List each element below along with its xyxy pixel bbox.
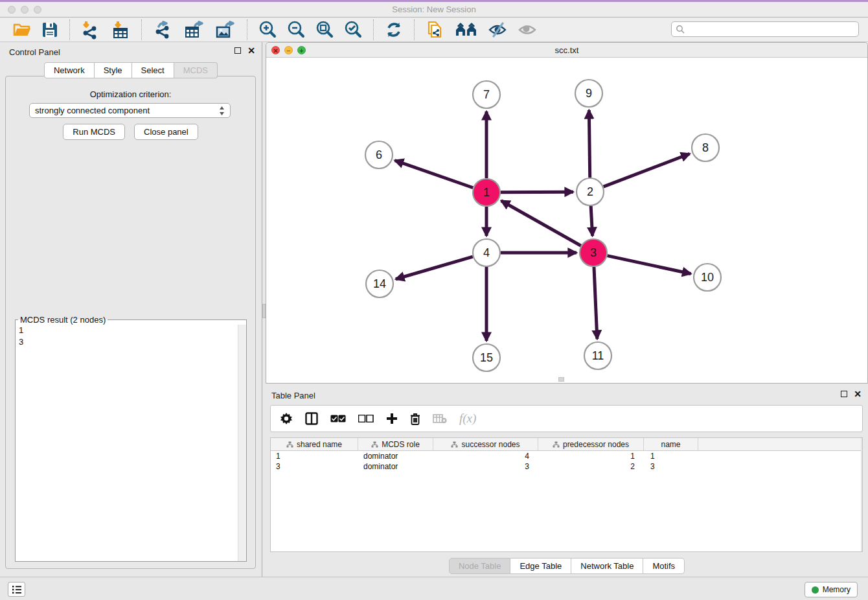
cell-mcds-role[interactable]: dominator [358,451,433,461]
toolbar-separator [69,19,70,40]
network-canvas[interactable]: 1234678910111415 [266,58,867,383]
graph-node-label-10: 10 [701,271,714,284]
float-panel-icon[interactable] [234,47,241,54]
memory-button[interactable]: Memory [805,582,858,597]
search-input[interactable] [685,25,854,34]
open-session-icon[interactable] [12,21,32,39]
cell-predecessor-nodes[interactable]: 2 [538,461,644,472]
cell-successor-nodes[interactable]: 4 [433,451,538,461]
export-image-icon[interactable] [214,20,236,40]
select-all-columns-icon[interactable] [330,415,346,422]
tab-mcds[interactable]: MCDS [174,62,218,78]
import-table-icon[interactable] [110,20,131,40]
close-panel-button[interactable]: Close panel [134,124,198,140]
column-header-name[interactable]: name [644,438,698,450]
column-header-predecessor-nodes[interactable]: predecessor nodes [538,438,644,450]
zoom-selected-icon[interactable] [343,20,363,40]
hide-eye-icon[interactable] [487,21,508,39]
table-toolbar: f(x) [270,405,863,432]
close-panel-icon[interactable]: ✕ [247,47,255,54]
column-header-shared-name[interactable]: shared name [271,438,358,450]
graph-node-label-2: 2 [587,185,593,198]
cell-successor-nodes[interactable]: 3 [433,461,538,472]
save-session-icon[interactable] [41,21,59,39]
export-network-icon[interactable] [152,20,174,40]
graph-edge-4-14[interactable] [396,257,473,279]
dropdown-stepper-icon [219,106,225,116]
cell-shared-name[interactable]: 1 [271,451,358,461]
graph-edge-2-9[interactable] [589,110,589,178]
graph-node-label-15: 15 [480,351,493,364]
unselect-all-columns-icon[interactable] [358,415,374,422]
ndex-browse-icon[interactable] [455,21,478,39]
tab-edge-table[interactable]: Edge Table [510,558,571,574]
graph-node-label-8: 8 [702,141,709,154]
graph-node-label-1: 1 [483,186,490,199]
mcds-result-title: MCDS result (2 nodes) [18,315,108,325]
table-panel-title: Table Panel [271,391,315,400]
export-table-icon[interactable] [183,20,205,40]
zoom-in-icon[interactable] [258,20,277,40]
tab-style[interactable]: Style [95,62,132,78]
column-header-successor-nodes[interactable]: successor nodes [433,438,538,450]
search-box[interactable] [671,21,859,37]
tab-motifs[interactable]: Motifs [643,558,685,574]
memory-label: Memory [823,585,851,594]
tab-network-table[interactable]: Network Table [571,558,643,574]
table-options-gear-icon[interactable] [280,412,293,425]
clone-network-icon[interactable] [425,19,446,40]
tab-network[interactable]: Network [44,62,95,78]
toolbar-separator [373,19,374,40]
toolbar-separator [414,19,415,40]
table-row[interactable]: 3 dominator 3 2 3 [271,461,862,472]
show-columns-icon[interactable] [305,412,318,425]
apply-layout-icon[interactable] [384,20,404,40]
cell-predecessor-nodes[interactable]: 1 [538,451,644,461]
add-column-icon[interactable] [386,413,398,424]
mcds-result-list[interactable]: 1 3 [16,325,246,561]
column-header-mcds-role[interactable]: MCDS role [358,438,433,450]
graph-edge-1-6[interactable] [395,161,474,188]
cell-name[interactable]: 1 [644,451,698,461]
cell-shared-name[interactable]: 3 [271,461,358,472]
table-scrollbar[interactable] [861,438,862,551]
main-toolbar [0,18,868,42]
show-eye-disabled-icon [517,21,538,39]
close-table-panel-icon[interactable]: ✕ [854,391,862,397]
run-mcds-button[interactable]: Run MCDS [63,124,125,140]
network-window-titlebar: ✕ − + scc.txt [266,43,867,58]
float-table-panel-icon[interactable] [841,391,847,397]
main-area: Control Panel ✕ Network Style Select MCD… [0,42,868,577]
cell-mcds-role[interactable]: dominator [358,461,433,472]
task-history-button[interactable] [8,582,25,597]
column-type-icon [553,441,560,448]
graph-node-label-3: 3 [590,246,597,259]
zoom-fit-icon[interactable] [315,20,334,40]
control-panel-tabs: Network Style Select MCDS [0,62,262,78]
graph-node-label-7: 7 [483,88,490,101]
table-panel: Table Panel ✕ [266,386,868,577]
graph-edge-2-3[interactable] [591,206,592,236]
import-network-icon[interactable] [80,20,101,40]
tab-node-table[interactable]: Node Table [449,558,511,574]
column-type-icon [451,441,458,448]
graph-edge-1-2[interactable] [501,192,573,192]
graph-edge-3-1[interactable] [501,201,581,246]
graph-edge-3-10[interactable] [608,256,691,274]
column-type-icon [286,441,293,448]
cell-name[interactable]: 3 [644,461,698,472]
zoom-out-icon[interactable] [286,20,306,40]
network-graph-svg: 1234678910111415 [266,58,867,383]
mcds-result-item: 3 [16,336,246,348]
table-panel-header: Table Panel ✕ [266,386,868,405]
control-panel: Control Panel ✕ Network Style Select MCD… [0,42,262,577]
delete-columns-icon[interactable] [410,413,420,425]
canvas-resize-grip[interactable] [558,377,564,382]
result-scrollbar[interactable] [238,325,246,561]
criterion-dropdown[interactable]: strongly connected component [29,103,231,118]
tab-select[interactable]: Select [132,62,174,78]
graph-edge-3-11[interactable] [594,267,597,339]
graph-edge-2-8[interactable] [604,154,690,187]
status-bar: Memory [0,577,868,600]
table-row[interactable]: 1 dominator 4 1 1 [271,451,862,461]
